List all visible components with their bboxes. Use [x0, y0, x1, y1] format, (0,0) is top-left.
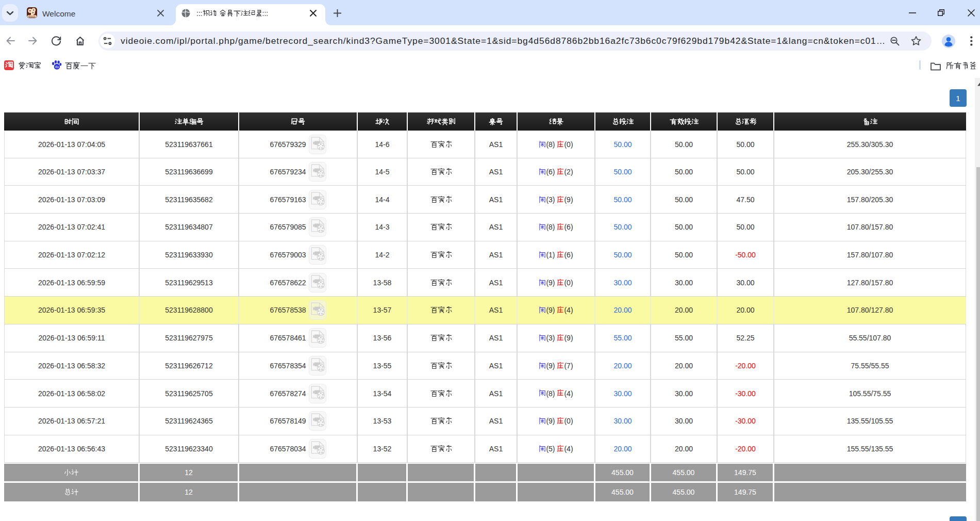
svg-text:du: du [55, 65, 59, 69]
